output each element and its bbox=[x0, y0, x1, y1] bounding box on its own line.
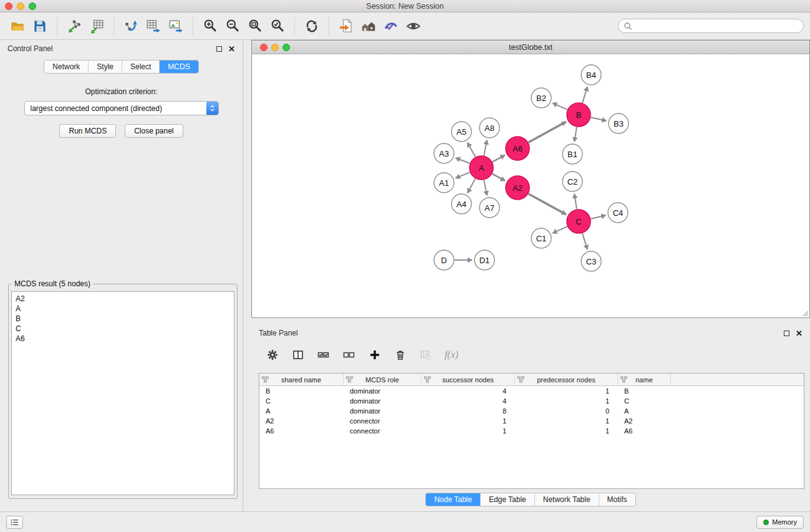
network-window-zoom-button[interactable] bbox=[282, 44, 290, 51]
column-header-successor-nodes[interactable]: successor nodes bbox=[422, 374, 515, 385]
graph-edge-A-A4[interactable] bbox=[468, 179, 476, 193]
tab-network[interactable]: Network bbox=[44, 60, 89, 73]
resize-grip-icon[interactable] bbox=[801, 309, 809, 317]
control-panel-close-icon[interactable]: ✕ bbox=[228, 45, 235, 53]
tab-edge-table[interactable]: Edge Table bbox=[481, 493, 535, 506]
delete-column-button[interactable] bbox=[393, 347, 408, 362]
graph-node-D1[interactable]: D1 bbox=[475, 250, 494, 270]
graph-node-C2[interactable]: C2 bbox=[562, 172, 582, 191]
export-image-button[interactable] bbox=[165, 16, 187, 37]
table-row[interactable]: A2connector11A2 bbox=[259, 416, 804, 426]
graph-edge-B-B4[interactable] bbox=[582, 87, 587, 103]
graph-node-A1[interactable]: A1 bbox=[434, 173, 454, 193]
zoom-fit-button[interactable] bbox=[244, 16, 266, 37]
memory-button[interactable]: Memory bbox=[756, 516, 804, 529]
graph-node-A4[interactable]: A4 bbox=[451, 194, 471, 214]
birds-eye-view-button[interactable] bbox=[402, 16, 425, 37]
graph-node-C1[interactable]: C1 bbox=[531, 228, 551, 248]
zoom-in-button[interactable] bbox=[199, 16, 221, 37]
search-box[interactable] bbox=[618, 19, 804, 33]
network-graph[interactable]: B4B2BB3A5A8A6A3B1AC2A1A2A4A7C4CC1C3DD1 bbox=[252, 54, 809, 317]
column-header-shared-name[interactable]: shared name bbox=[259, 374, 344, 385]
table-settings-button[interactable] bbox=[265, 347, 280, 362]
function-builder-button[interactable]: f(x) bbox=[444, 347, 459, 362]
fullscreen-window-button[interactable] bbox=[29, 2, 36, 10]
table-panel-float-icon[interactable] bbox=[784, 331, 789, 336]
export-table-button[interactable] bbox=[142, 16, 165, 37]
graph-node-C[interactable]: C bbox=[567, 210, 591, 233]
mcds-result-item[interactable]: B bbox=[16, 314, 230, 324]
table-row[interactable]: Adominator80A bbox=[259, 406, 804, 416]
graph-edge-C-C1[interactable] bbox=[552, 226, 567, 233]
graph-edge-A-A6[interactable] bbox=[493, 155, 505, 162]
home-button[interactable] bbox=[357, 16, 380, 37]
deselect-all-rows-button[interactable] bbox=[342, 347, 357, 362]
column-header-name[interactable]: name bbox=[618, 374, 671, 385]
graph-node-A2[interactable]: A2 bbox=[506, 176, 529, 200]
add-column-button[interactable] bbox=[367, 347, 382, 362]
table-row[interactable]: A6connector11A6 bbox=[259, 426, 804, 436]
graph-node-B[interactable]: B bbox=[567, 103, 591, 127]
graph-node-A7[interactable]: A7 bbox=[480, 198, 499, 218]
graph-node-B3[interactable]: B3 bbox=[609, 114, 629, 133]
table-row[interactable]: Cdominator41C bbox=[259, 396, 804, 406]
delete-table-button[interactable] bbox=[418, 347, 433, 362]
tab-motifs[interactable]: Motifs bbox=[599, 493, 635, 506]
graph-edge-A-A7[interactable] bbox=[484, 180, 487, 196]
network-window-minimize-button[interactable] bbox=[271, 44, 279, 51]
graph-edge-B-B2[interactable] bbox=[552, 103, 567, 110]
table-panel-close-icon[interactable]: ✕ bbox=[796, 329, 803, 337]
graph-edge-C-C3[interactable] bbox=[582, 233, 587, 249]
tab-mcds[interactable]: MCDS bbox=[160, 60, 198, 73]
export-network-button[interactable] bbox=[120, 16, 142, 37]
mcds-result-item[interactable]: C bbox=[16, 324, 230, 334]
graph-edge-B-B1[interactable] bbox=[574, 127, 577, 142]
graph-node-A8[interactable]: A8 bbox=[480, 118, 499, 138]
close-mcds-panel-button[interactable]: Close panel bbox=[125, 124, 183, 138]
graph-node-C4[interactable]: C4 bbox=[608, 203, 628, 223]
mcds-result-list[interactable]: A2ABCA6 bbox=[11, 291, 234, 495]
graph-node-B1[interactable]: B1 bbox=[562, 144, 582, 164]
graph-edge-A-A3[interactable] bbox=[456, 158, 470, 163]
tab-network-table[interactable]: Network Table bbox=[535, 493, 599, 506]
graph-node-A[interactable]: A bbox=[470, 156, 493, 180]
graph-edge-C-C2[interactable] bbox=[574, 194, 577, 209]
criterion-dropdown[interactable]: largest connected component (directed) bbox=[24, 101, 219, 115]
graph-node-A3[interactable]: A3 bbox=[434, 143, 454, 163]
save-session-button[interactable] bbox=[29, 16, 51, 37]
column-header-predecessor-nodes[interactable]: predecessor nodes bbox=[515, 374, 618, 385]
mcds-result-item[interactable]: A bbox=[16, 304, 230, 314]
run-mcds-button[interactable]: Run MCDS bbox=[59, 124, 116, 138]
graph-edge-A-A1[interactable] bbox=[456, 172, 470, 178]
graph-edge-B-B3[interactable] bbox=[591, 117, 607, 120]
tab-select[interactable]: Select bbox=[122, 60, 160, 73]
import-table-button[interactable] bbox=[85, 16, 108, 37]
network-window-close-button[interactable] bbox=[260, 44, 268, 51]
open-session-button[interactable] bbox=[6, 16, 29, 37]
graph-node-B2[interactable]: B2 bbox=[531, 88, 551, 108]
mcds-result-item[interactable]: A6 bbox=[16, 334, 230, 344]
mcds-result-item[interactable]: A2 bbox=[16, 294, 230, 304]
table-row[interactable]: Bdominator41B bbox=[259, 386, 804, 396]
select-all-rows-button[interactable] bbox=[316, 347, 331, 362]
graph-node-A6[interactable]: A6 bbox=[506, 137, 529, 160]
export-document-button[interactable] bbox=[335, 16, 357, 37]
zoom-out-button[interactable] bbox=[221, 16, 244, 37]
graph-node-B4[interactable]: B4 bbox=[581, 65, 601, 85]
tab-node-table[interactable]: Node Table bbox=[426, 493, 481, 506]
minimize-window-button[interactable] bbox=[17, 2, 24, 10]
graph-node-C3[interactable]: C3 bbox=[581, 251, 601, 271]
graph-edge-A-A5[interactable] bbox=[468, 143, 476, 157]
graph-edge-A6-B[interactable] bbox=[529, 122, 566, 142]
graph-edge-C-C4[interactable] bbox=[591, 215, 606, 218]
graph-edge-A2-C[interactable] bbox=[529, 194, 566, 215]
network-canvas[interactable]: B4B2BB3A5A8A6A3B1AC2A1A2A4A7C4CC1C3DD1 bbox=[252, 54, 809, 317]
graph-node-A5[interactable]: A5 bbox=[451, 122, 471, 142]
task-history-button[interactable] bbox=[6, 516, 23, 529]
control-panel-float-icon[interactable] bbox=[216, 46, 222, 52]
search-input[interactable] bbox=[635, 22, 798, 31]
column-header-mcds-role[interactable]: MCDS role bbox=[344, 374, 422, 385]
graph-node-D[interactable]: D bbox=[434, 250, 454, 270]
apply-layout-button[interactable] bbox=[301, 16, 323, 37]
zoom-selected-button[interactable] bbox=[266, 16, 289, 37]
